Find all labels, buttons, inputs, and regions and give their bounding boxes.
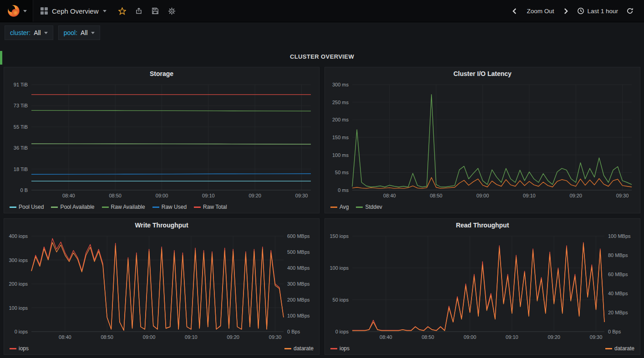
- time-forward-button[interactable]: [559, 0, 573, 22]
- svg-text:40 MBps: 40 MBps: [608, 291, 628, 296]
- variable-value: All: [81, 29, 88, 36]
- time-back-button[interactable]: [507, 0, 522, 22]
- zoom-out-button[interactable]: Zoom Out: [522, 0, 558, 22]
- navbar: Ceph Overview: [0, 0, 644, 22]
- legend-item-pool-used[interactable]: Pool Used: [10, 204, 44, 210]
- time-range-button[interactable]: Last 1 hour: [573, 0, 622, 22]
- chevron-right-icon: [563, 8, 569, 15]
- legend-item-pool-available[interactable]: Pool Available: [51, 204, 94, 210]
- svg-text:100 MBps: 100 MBps: [287, 313, 310, 318]
- star-button[interactable]: [114, 0, 131, 22]
- dashboard-picker[interactable]: Ceph Overview: [33, 0, 114, 22]
- svg-text:300 iops: 300 iops: [9, 257, 28, 263]
- legend-item-raw-available[interactable]: Raw Available: [102, 204, 145, 210]
- svg-text:09:00: 09:00: [477, 193, 489, 198]
- chevron-down-icon: [44, 32, 48, 34]
- settings-button[interactable]: [163, 0, 180, 22]
- svg-text:0 iops: 0 iops: [335, 329, 349, 334]
- svg-text:18 TiB: 18 TiB: [14, 166, 28, 172]
- svg-text:08:40: 08:40: [59, 334, 71, 340]
- storage-chart[interactable]: 08:4008:5009:0009:1009:2009:300 B18 TiB3…: [4, 80, 319, 201]
- legend-item-raw-total[interactable]: Raw Total: [194, 204, 227, 210]
- svg-text:50 iops: 50 iops: [333, 297, 349, 303]
- svg-text:08:40: 08:40: [380, 334, 392, 340]
- svg-text:300 MBps: 300 MBps: [287, 281, 310, 287]
- time-controls: Zoom Out Last 1 hour: [507, 0, 644, 22]
- svg-text:09:00: 09:00: [156, 193, 168, 198]
- row-collapse-tab[interactable]: [0, 51, 2, 65]
- svg-text:09:10: 09:10: [185, 334, 198, 340]
- legend-label: Raw Total: [203, 204, 227, 210]
- svg-text:09:20: 09:20: [248, 193, 261, 198]
- legend-label: Avg: [340, 204, 349, 210]
- legend-item-avg[interactable]: Avg: [330, 204, 349, 210]
- save-button[interactable]: [147, 0, 163, 22]
- legend-swatch: [10, 348, 16, 349]
- legend-swatch: [10, 207, 16, 208]
- legend-swatch: [194, 207, 201, 208]
- svg-text:200 ms: 200 ms: [332, 117, 349, 122]
- grafana-logo[interactable]: [0, 0, 33, 22]
- panel-title[interactable]: Write Throughput: [4, 219, 319, 232]
- svg-text:08:40: 08:40: [62, 193, 75, 198]
- svg-text:20 MBps: 20 MBps: [608, 310, 628, 315]
- legend-swatch: [330, 207, 337, 208]
- svg-text:09:20: 09:20: [548, 334, 560, 340]
- svg-text:600 MBps: 600 MBps: [287, 233, 310, 239]
- chevron-left-icon: [512, 8, 517, 15]
- legend-label: Stddev: [365, 204, 382, 210]
- svg-text:91 TiB: 91 TiB: [14, 82, 28, 87]
- svg-text:0 B: 0 B: [20, 187, 28, 193]
- row-title[interactable]: CLUSTER OVERVIEW: [290, 53, 354, 60]
- svg-text:09:30: 09:30: [295, 193, 308, 198]
- latency-chart[interactable]: 08:4008:5009:0009:1009:2009:300 ms50 ms1…: [325, 80, 640, 201]
- share-button[interactable]: [131, 0, 147, 22]
- logo-caret-icon: [23, 10, 27, 12]
- legend-swatch: [152, 207, 159, 208]
- legend-item-iops[interactable]: iops: [330, 345, 350, 352]
- panel-title[interactable]: Storage: [4, 67, 319, 80]
- svg-text:150 ms: 150 ms: [332, 135, 349, 140]
- svg-text:08:40: 08:40: [383, 193, 396, 198]
- svg-text:08:50: 08:50: [101, 334, 113, 340]
- read-throughput-chart[interactable]: 08:4008:5009:0009:1009:2009:300 iops50 i…: [325, 232, 640, 343]
- svg-text:09:20: 09:20: [569, 193, 582, 198]
- variable-label: pool:: [64, 29, 77, 36]
- svg-text:80 MBps: 80 MBps: [608, 252, 628, 258]
- svg-text:100 iops: 100 iops: [330, 265, 349, 271]
- legend-item-datarate[interactable]: datarate: [605, 345, 634, 352]
- svg-text:100 MBps: 100 MBps: [608, 233, 631, 239]
- svg-text:09:30: 09:30: [269, 334, 282, 340]
- svg-text:09:10: 09:10: [202, 193, 215, 198]
- legend-label: Raw Used: [162, 204, 187, 210]
- save-icon: [152, 7, 159, 15]
- variable-pool[interactable]: pool: All: [58, 25, 100, 40]
- refresh-button[interactable]: [622, 0, 638, 22]
- panel-title[interactable]: Cluster I/O Latency: [325, 67, 640, 80]
- dashboard-grid-icon: [41, 7, 48, 15]
- legend-item-iops[interactable]: iops: [10, 345, 29, 352]
- write-throughput-chart[interactable]: 08:4008:5009:0009:1009:2009:300 iops100 …: [4, 232, 319, 343]
- dashboard-grid: Storage 08:4008:5009:0009:1009:2009:300 …: [0, 63, 644, 358]
- svg-text:0 Bps: 0 Bps: [287, 329, 300, 334]
- legend-item-raw-used[interactable]: Raw Used: [152, 204, 187, 210]
- panel-title[interactable]: Read Throughput: [325, 219, 640, 232]
- svg-text:400 MBps: 400 MBps: [287, 265, 310, 271]
- legend-label: iops: [19, 345, 29, 352]
- chevron-down-icon: [91, 32, 95, 34]
- svg-text:55 TiB: 55 TiB: [14, 124, 28, 130]
- legend-swatch: [356, 207, 363, 208]
- legend-swatch: [51, 207, 58, 208]
- legend: iops datarate: [325, 343, 640, 354]
- svg-text:400 iops: 400 iops: [9, 233, 28, 239]
- legend-item-datarate[interactable]: datarate: [284, 345, 314, 352]
- variable-cluster[interactable]: cluster: All: [5, 25, 53, 40]
- legend-swatch: [330, 348, 337, 349]
- svg-text:08:50: 08:50: [109, 193, 122, 198]
- legend-label: Pool Available: [60, 204, 94, 210]
- svg-text:08:50: 08:50: [421, 334, 434, 340]
- svg-text:0 ms: 0 ms: [338, 187, 349, 193]
- svg-text:100 ms: 100 ms: [332, 152, 349, 158]
- svg-text:0 iops: 0 iops: [15, 329, 28, 334]
- legend-item-stddev[interactable]: Stddev: [356, 204, 382, 210]
